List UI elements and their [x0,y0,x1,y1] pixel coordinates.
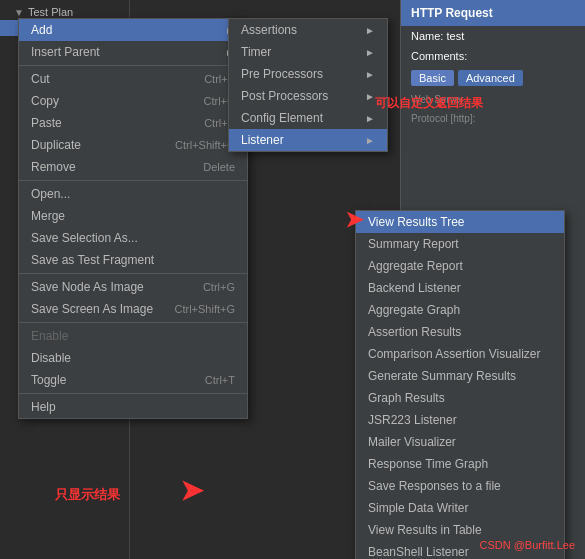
listener-view-results-tree[interactable]: View Results Tree [356,211,564,233]
listener-save-responses-label: Save Responses to a file [368,479,501,493]
menu-item-toggle[interactable]: Toggle Ctrl+T [19,369,247,391]
listener-mailer[interactable]: Mailer Visualizer [356,431,564,453]
arrow-listener: ► [365,135,375,146]
menu-item-add-label: Add [31,23,52,37]
listener-aggregate-report-label: Aggregate Report [368,259,463,273]
listener-assertion-results-label: Assertion Results [368,325,461,339]
submenu-assertions[interactable]: Assertions ► [229,19,387,41]
shortcut-save-node: Ctrl+G [203,281,235,293]
menu-item-help-label: Help [31,400,56,414]
listener-mailer-label: Mailer Visualizer [368,435,456,449]
menu-item-duplicate-label: Duplicate [31,138,81,152]
comments-field: Comments: [401,46,585,66]
listener-summary-report[interactable]: Summary Report [356,233,564,255]
listener-response-time-label: Response Time Graph [368,457,488,471]
listener-generate-summary-label: Generate Summary Results [368,369,516,383]
tab-basic[interactable]: Basic [411,70,454,86]
listener-view-results-tree-label: View Results Tree [368,215,465,229]
menu-item-disable-label: Disable [31,351,71,365]
shortcut-save-screen: Ctrl+Shift+G [174,303,235,315]
arrow-config: ► [365,113,375,124]
menu-item-paste[interactable]: Paste Ctrl+V [19,112,247,134]
menu-item-save-node-label: Save Node As Image [31,280,144,294]
listener-graph-results-label: Graph Results [368,391,445,405]
menu-item-help[interactable]: Help [19,396,247,418]
listener-aggregate-report[interactable]: Aggregate Report [356,255,564,277]
menu-item-cut[interactable]: Cut Ctrl+X [19,68,247,90]
tree-item-label: Test Plan [28,6,73,18]
separator-4 [19,322,247,323]
name-label: Name: [411,30,443,42]
separator-3 [19,273,247,274]
listener-view-results-table-label: View Results in Table [368,523,482,537]
listener-backend-listener[interactable]: Backend Listener [356,277,564,299]
menu-item-cut-label: Cut [31,72,50,86]
http-request-title: HTTP Request [401,0,585,26]
menu-item-open-label: Open... [31,187,70,201]
submenu-post-processors[interactable]: Post Processors ► [229,85,387,107]
listener-jsr223[interactable]: JSR223 Listener [356,409,564,431]
shortcut-duplicate: Ctrl+Shift+C [175,139,235,151]
submenu-pre-processors-label: Pre Processors [241,67,323,81]
menu-item-insert-parent-label: Insert Parent [31,45,100,59]
menu-item-save-node[interactable]: Save Node As Image Ctrl+G [19,276,247,298]
listener-response-time[interactable]: Response Time Graph [356,453,564,475]
menu-item-disable[interactable]: Disable [19,347,247,369]
tree-arrow-icon: ▼ [14,7,24,18]
listener-generate-summary[interactable]: Generate Summary Results [356,365,564,387]
separator-2 [19,180,247,181]
submenu-listener-label: Listener [241,133,284,147]
name-field: Name: test [401,26,585,46]
submenu-listener[interactable]: Listener ► [229,129,387,151]
listener-jsr223-label: JSR223 Listener [368,413,457,427]
comments-label: Comments: [411,50,467,62]
menu-item-paste-label: Paste [31,116,62,130]
listener-assertion-results[interactable]: Assertion Results [356,321,564,343]
submenu-pre-processors[interactable]: Pre Processors ► [229,63,387,85]
separator-5 [19,393,247,394]
menu-item-merge[interactable]: Merge [19,205,247,227]
panel-tabs: Basic Advanced [401,66,585,90]
listener-save-responses[interactable]: Save Responses to a file [356,475,564,497]
listener-graph-results[interactable]: Graph Results [356,387,564,409]
listener-comparison-assertion-label: Comparison Assertion Visualizer [368,347,541,361]
menu-item-enable-label: Enable [31,329,68,343]
listener-summary-report-label: Summary Report [368,237,459,251]
submenu-add: Assertions ► Timer ► Pre Processors ► Po… [228,18,388,152]
submenu-timer[interactable]: Timer ► [229,41,387,63]
menu-item-add[interactable]: Add ► [19,19,247,41]
menu-item-copy-label: Copy [31,94,59,108]
shortcut-remove: Delete [203,161,235,173]
protocol-text: Protocol [http]: [401,109,585,128]
submenu-listener-items: View Results Tree Summary Report Aggrega… [355,210,565,559]
menu-item-save-fragment[interactable]: Save as Test Fragment [19,249,247,271]
menu-item-save-screen[interactable]: Save Screen As Image Ctrl+Shift+G [19,298,247,320]
menu-item-remove[interactable]: Remove Delete [19,156,247,178]
menu-item-copy[interactable]: Copy Ctrl+C [19,90,247,112]
context-menu: Add ► Insert Parent ► Cut Ctrl+X Copy Ct… [18,18,248,419]
listener-beanshell-label: BeanShell Listener [368,545,469,559]
menu-item-duplicate[interactable]: Duplicate Ctrl+Shift+C [19,134,247,156]
arrow-assertions: ► [365,25,375,36]
listener-simple-data[interactable]: Simple Data Writer [356,497,564,519]
submenu-config-element[interactable]: Config Element ► [229,107,387,129]
submenu-post-processors-label: Post Processors [241,89,328,103]
listener-aggregate-graph-label: Aggregate Graph [368,303,460,317]
arrow-timer: ► [365,47,375,58]
menu-item-save-selection-label: Save Selection As... [31,231,138,245]
submenu-timer-label: Timer [241,45,271,59]
arrow-post: ► [365,91,375,102]
listener-comparison-assertion[interactable]: Comparison Assertion Visualizer [356,343,564,365]
listener-beanshell[interactable]: BeanShell Listener [356,541,564,559]
listener-view-results-table[interactable]: View Results in Table [356,519,564,541]
arrow-to-vrit: ➤ [180,474,203,507]
listener-backend-listener-label: Backend Listener [368,281,461,295]
menu-item-insert-parent[interactable]: Insert Parent ► [19,41,247,63]
submenu-config-element-label: Config Element [241,111,323,125]
web-server-text: Web Server [401,90,585,109]
menu-item-save-selection[interactable]: Save Selection As... [19,227,247,249]
arrow-pre: ► [365,69,375,80]
menu-item-open[interactable]: Open... [19,183,247,205]
tab-advanced[interactable]: Advanced [458,70,523,86]
listener-aggregate-graph[interactable]: Aggregate Graph [356,299,564,321]
